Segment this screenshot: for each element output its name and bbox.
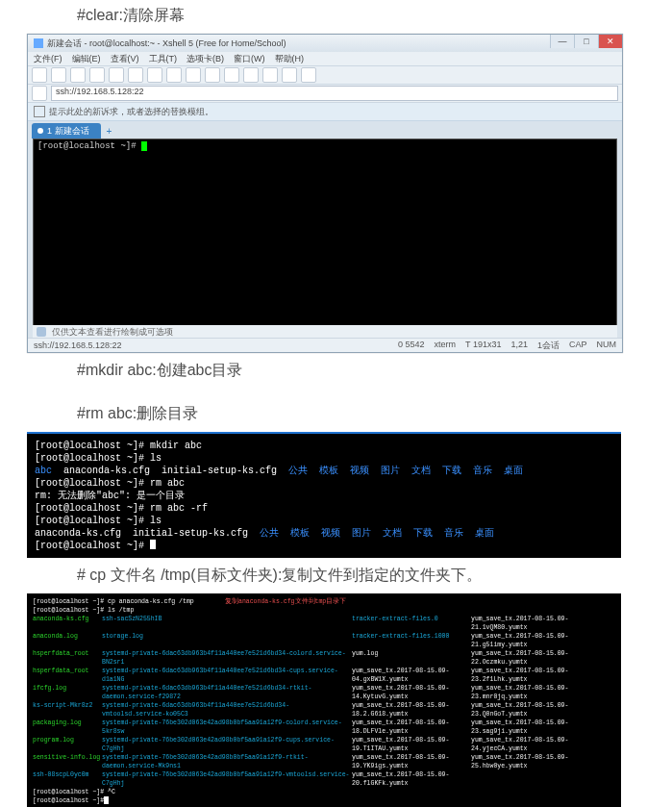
tab-label: 1 新建会话: [47, 125, 89, 138]
terminal-cursor: [104, 796, 109, 804]
hint-bar: 提示此处的新诉求，或者选择的替换模组。: [28, 103, 622, 121]
menu-item[interactable]: 工具(T): [149, 53, 178, 65]
terminal-line: [root@localhost ~]# ls: [35, 452, 613, 465]
hint-checkbox[interactable]: [34, 106, 45, 117]
terminal-line: [root@localhost ~]# mkdir abc: [35, 440, 613, 452]
terminal-cursor: [150, 540, 156, 549]
ls-row: hsperfdata_rootsystemd-private-6dac63db9…: [33, 667, 615, 684]
toolbar-button[interactable]: [243, 67, 259, 83]
app-icon: [34, 38, 43, 48]
ls-row: ks-script-Mkr8z2systemd-private-6dac63db…: [33, 701, 615, 719]
ls-row: anaconda.logstorage.logtracker-extract-f…: [33, 632, 615, 649]
toolbar-button[interactable]: [186, 67, 201, 83]
terminal-line: [root@localhost ~]#: [33, 796, 104, 805]
window-titlebar: 新建会话 - root@localhost:~ - Xshell 5 (Free…: [28, 35, 622, 52]
menu-bar: 文件(F) 编辑(E) 查看(V) 工具(T) 选项卡(B) 窗口(W) 帮助(…: [28, 52, 622, 65]
terminal-pane[interactable]: [root@localhost ~]#: [33, 139, 617, 353]
heading-mkdir: #mkdir abc:创建abc目录: [77, 361, 672, 381]
tab-dot: [37, 128, 43, 134]
tab-add-button[interactable]: +: [101, 123, 118, 139]
tab-bar: 1 新建会话 +: [28, 121, 622, 139]
toolbar-button[interactable]: [262, 67, 278, 83]
toolbar-button[interactable]: [205, 67, 220, 83]
toolbar-button[interactable]: [128, 67, 143, 83]
window-title: 新建会话 - root@localhost:~ - Xshell 5 (Free…: [47, 38, 286, 50]
ls-row: ifcfg.logsystemd-private-6dac63db963b4f1…: [33, 684, 615, 701]
terminal-line: [root@localhost ~]# ls /tmp: [33, 606, 134, 615]
status-item: xterm: [435, 340, 457, 352]
toolbar-button[interactable]: [70, 67, 86, 83]
minimize-button[interactable]: —: [550, 35, 574, 48]
terminal-line: rm: 无法删除"abc": 是一个目录: [35, 490, 613, 502]
menu-item[interactable]: 文件(F): [34, 53, 62, 65]
toolbar-button[interactable]: [282, 67, 297, 83]
ls-row: sensitive-info.logsystemd-private-76be30…: [33, 753, 615, 770]
terminal-line: abc anaconda-ks.cfg initial-setup-ks.cfg…: [35, 465, 613, 477]
address-field[interactable]: ssh://192.168.5.128:22: [51, 86, 618, 101]
heading-cp: # cp 文件名 /tmp(目标文件夹):复制文件到指定的文件夹下。: [77, 566, 672, 586]
status-item: T 191x31: [465, 340, 501, 352]
ls-row: program.logsystemd-private-76be302d063e4…: [33, 736, 615, 753]
terminal-line: [root@localhost ~]# rm abc: [35, 477, 613, 490]
hint-footer: 仅供文本查看进行绘制成可选项: [33, 325, 617, 339]
toolbar-button[interactable]: [32, 67, 47, 83]
menu-item[interactable]: 查看(V): [111, 53, 139, 65]
terminal-cursor: [141, 141, 147, 151]
toolbar-button[interactable]: [109, 67, 124, 83]
terminal-line: [root@localhost ~]# rm abc -rf: [35, 502, 613, 515]
heading-clear: #clear:清除屏幕: [77, 6, 672, 26]
status-bar: ssh://192.168.5.128:22 0 5542 xterm T 19…: [28, 338, 622, 352]
toolbar: [28, 65, 622, 85]
menu-item[interactable]: 窗口(W): [234, 53, 265, 65]
terminal-output: [root@localhost ~]# mkdir abc[root@local…: [27, 432, 621, 558]
terminal-line: anaconda-ks.cfg initial-setup-ks.cfg 公共 …: [35, 527, 613, 540]
annotation-text: 复制anaconda-ks.cfg文件到tmp目录下: [225, 597, 346, 606]
menu-item[interactable]: 帮助(H): [275, 53, 305, 65]
terminal-prompt: [root@localhost ~]#: [37, 141, 141, 151]
status-item: CAP: [569, 340, 587, 352]
footer-icon: [37, 327, 46, 337]
status-item: 1,21: [510, 340, 528, 352]
hint-text: 提示此处的新诉求，或者选择的替换模组。: [49, 106, 213, 118]
heading-rm: #rm abc:删除目录: [77, 404, 672, 424]
ls-row: anaconda-ks.cfgssh-sacSzN255hIBtracker-e…: [33, 615, 615, 632]
toolbar-button[interactable]: [166, 67, 182, 83]
status-item: 1会话: [537, 340, 560, 352]
toolbar-button[interactable]: [147, 67, 162, 83]
terminal-line: [root@localhost ~]# ^C: [33, 788, 115, 796]
status-item: 0 5542: [398, 340, 425, 352]
terminal-line: [root@localhost ~]# ls: [35, 515, 613, 527]
session-tab[interactable]: 1 新建会话: [32, 123, 101, 139]
menu-item[interactable]: 选项卡(B): [187, 53, 224, 65]
toolbar-button[interactable]: [89, 67, 105, 83]
ls-row: packaging.logsystemd-private-76be302d063…: [33, 719, 615, 736]
terminal-line: [root@localhost ~]# cp anaconda-ks.cfg /…: [33, 597, 225, 606]
toolbar-button[interactable]: [51, 67, 66, 83]
toolbar-button[interactable]: [301, 67, 316, 83]
lock-icon: [32, 86, 47, 101]
maximize-button[interactable]: □: [574, 35, 598, 48]
screenshot-terminal-cp: [root@localhost ~]# cp anaconda-ks.cfg /…: [27, 593, 672, 807]
ls-row: hsperfdata_rootsystemd-private-6dac63db9…: [33, 649, 615, 667]
menu-item[interactable]: 编辑(E): [72, 53, 101, 65]
terminal-line: [root@localhost ~]#: [35, 540, 613, 552]
address-bar: ssh://192.168.5.128:22: [28, 85, 622, 103]
footer-text: 仅供文本查看进行绘制成可选项: [52, 326, 173, 339]
toolbar-button[interactable]: [224, 67, 239, 83]
status-addr: ssh://192.168.5.128:22: [34, 340, 122, 350]
screenshot-terminal-rm: [root@localhost ~]# mkdir abc[root@local…: [27, 432, 672, 558]
close-button[interactable]: ✕: [598, 35, 622, 48]
terminal-output-cp: [root@localhost ~]# cp anaconda-ks.cfg /…: [27, 593, 621, 807]
screenshot-xshell-clear: 新建会话 - root@localhost:~ - Xshell 5 (Free…: [27, 34, 672, 353]
ls-row: ssh-08scpL0yc0msystemd-private-76be302d0…: [33, 770, 615, 788]
status-item: NUM: [597, 340, 617, 352]
